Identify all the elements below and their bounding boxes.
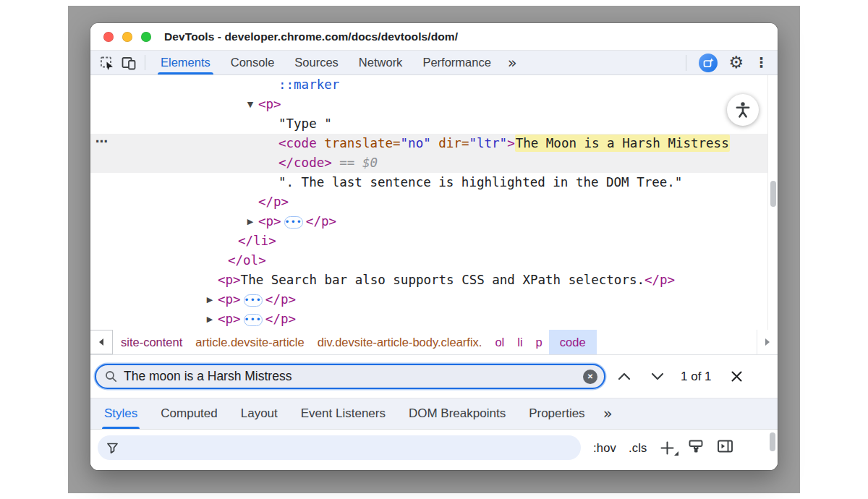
dom-tree-row[interactable]: ⋯<code translate="no" dir="ltr">The Moon… <box>90 134 778 153</box>
breadcrumb-item-site-content[interactable]: site-content <box>114 330 189 354</box>
breadcrumb-bar: site-contentarticle.devsite-articlediv.d… <box>90 330 778 355</box>
chevron-up-icon <box>618 372 631 380</box>
tab-console[interactable]: Console <box>221 51 285 74</box>
settings-gear-icon[interactable]: ⚙ <box>728 54 744 71</box>
dom-tree-row[interactable]: </li> <box>90 231 778 251</box>
dom-tree: ::marker▼<p>"Type "⋯<code translate="no"… <box>90 75 778 329</box>
chevron-down-icon <box>651 372 664 380</box>
dom-tree-row[interactable]: ▼<p> <box>90 95 778 114</box>
breadcrumb-back-icon <box>99 338 103 346</box>
sidebar-scrollbar-thumb[interactable] <box>770 432 775 451</box>
match-count-label: 1 of 1 <box>681 370 712 384</box>
breadcrumb-item-div-devsite-article-body-clearfix-[interactable]: div.devsite-article-body.clearfix. <box>311 330 489 354</box>
accessibility-icon <box>733 101 752 119</box>
breadcrumb: site-contentarticle.devsite-articlediv.d… <box>113 330 597 354</box>
filter-funnel-icon <box>106 442 119 454</box>
breadcrumb-forward-icon <box>765 338 770 346</box>
accessibility-shortcut-button[interactable] <box>727 94 759 126</box>
breadcrumb-item-li[interactable]: li <box>511 330 529 354</box>
sidebar-tab-computed[interactable]: Computed <box>149 398 229 429</box>
breadcrumb-forward-button[interactable] <box>757 330 778 354</box>
inline-expand-button[interactable]: ••• <box>284 216 303 229</box>
dom-tree-row[interactable]: ▶<p>•••</p> <box>90 290 778 310</box>
toolbar-right-actions: ⚙ ⋮ <box>684 51 778 74</box>
new-style-rule-button[interactable] <box>660 440 676 456</box>
dom-token-tag: <p> <box>258 97 281 111</box>
dom-token-tag: <p> <box>218 273 241 287</box>
clear-search-icon[interactable]: ✕ <box>583 370 597 384</box>
dom-tree-row[interactable]: ▶<p>•••</p> <box>90 310 778 329</box>
toggle-class-button[interactable]: .cls <box>629 441 647 455</box>
breadcrumb-item-ol[interactable]: ol <box>488 330 511 354</box>
toolbar-divider <box>686 55 686 71</box>
more-menu-icon[interactable]: ⋮ <box>754 56 768 69</box>
minimize-window-button[interactable] <box>122 32 132 42</box>
dom-tree-scrollbar[interactable] <box>767 75 778 330</box>
sidebar-tab-styles[interactable]: Styles <box>93 398 149 429</box>
dom-tree-row[interactable]: <p>The Search bar also supports CSS and … <box>90 270 778 290</box>
breadcrumb-item-code[interactable]: code <box>549 330 597 354</box>
sidebar-tab-properties[interactable]: Properties <box>517 398 596 429</box>
tab-network[interactable]: Network <box>349 51 413 74</box>
tab-elements[interactable]: Elements <box>150 51 221 74</box>
breadcrumb-item-article-devsite-article[interactable]: article.devsite-article <box>189 330 310 354</box>
more-tabs-button[interactable]: » <box>501 51 524 74</box>
expander-right-icon[interactable]: ▶ <box>203 290 216 310</box>
sidebar-tab-layout[interactable]: Layout <box>229 398 289 429</box>
inspect-element-icon[interactable] <box>96 51 118 74</box>
dom-token-val: "ltr" <box>469 136 507 150</box>
dom-tree-row[interactable]: ::marker <box>90 75 778 95</box>
filter-input[interactable] <box>124 441 572 454</box>
device-toolbar-icon[interactable] <box>118 51 140 74</box>
dom-tree-row[interactable]: ▶<p>•••</p> <box>90 212 778 231</box>
inline-expand-button[interactable]: ••• <box>244 314 263 326</box>
dom-token-attr: translate= <box>324 136 400 150</box>
scrollbar-thumb[interactable] <box>770 181 776 207</box>
styles-tab-list: StylesComputedLayoutEvent ListenersDOM B… <box>93 398 597 429</box>
close-icon <box>731 370 743 383</box>
ai-assistance-icon[interactable] <box>699 54 718 72</box>
dom-tree-row[interactable]: ". The last sentence is highlighted in t… <box>90 173 778 192</box>
more-sidebar-tabs-button[interactable]: » <box>597 398 619 429</box>
close-search-button[interactable] <box>725 365 749 388</box>
dom-tree-row[interactable]: </p> <box>90 192 778 212</box>
expander-right-icon[interactable]: ▶ <box>244 212 257 231</box>
tab-sources[interactable]: Sources <box>284 51 349 74</box>
inline-expand-button[interactable]: ••• <box>244 294 263 307</box>
sidebar-tab-event-listeners[interactable]: Event Listeners <box>289 398 397 429</box>
window-controls <box>103 32 151 42</box>
dom-tree-row[interactable]: "Type " <box>90 114 778 134</box>
page-backdrop: DevTools - developer.chrome.com/docs/dev… <box>68 6 800 493</box>
rendering-emulation-button[interactable] <box>688 439 705 457</box>
devtools-window: DevTools - developer.chrome.com/docs/dev… <box>90 23 778 470</box>
expander-down-icon[interactable]: ▼ <box>244 95 257 114</box>
dom-token-text: ". The last sentence is highlighted in t… <box>278 175 682 189</box>
search-field: ✕ <box>95 364 605 389</box>
next-match-button[interactable] <box>643 365 672 388</box>
window-title: DevTools - developer.chrome.com/docs/dev… <box>164 30 458 43</box>
tab-performance[interactable]: Performance <box>412 51 501 74</box>
toggle-sidebar-button[interactable] <box>717 439 733 456</box>
dom-token-tag: <code <box>278 136 324 150</box>
dom-search-bar: ✕ 1 of 1 <box>90 355 778 398</box>
close-window-button[interactable] <box>103 32 114 42</box>
breadcrumb-item-p[interactable]: p <box>529 330 549 354</box>
toolbar-divider <box>145 55 145 70</box>
dom-token-tag: <p> <box>218 312 241 326</box>
dom-token-tag: </li> <box>238 234 276 248</box>
paint-brush-icon <box>688 439 705 454</box>
expander-right-icon[interactable]: ▶ <box>203 310 216 329</box>
dom-token-val: "no" <box>401 136 431 150</box>
zoom-window-button[interactable] <box>141 32 151 42</box>
toggle-element-state-button[interactable]: :hov <box>593 441 616 455</box>
dom-tree-row[interactable]: </code> == $0 <box>90 153 778 173</box>
search-input[interactable] <box>124 369 576 384</box>
previous-match-button[interactable] <box>610 365 639 388</box>
row-more-icon[interactable]: ⋯ <box>95 132 109 151</box>
dom-token-meta: == <box>332 155 362 170</box>
dom-token-tag: <p> <box>258 214 281 229</box>
breadcrumb-back-button[interactable] <box>90 330 113 354</box>
dom-tree-row[interactable]: </ol> <box>90 251 778 270</box>
sidebar-tab-dom-breakpoints[interactable]: DOM Breakpoints <box>397 398 517 429</box>
dom-token-attr: dir= <box>438 136 469 150</box>
